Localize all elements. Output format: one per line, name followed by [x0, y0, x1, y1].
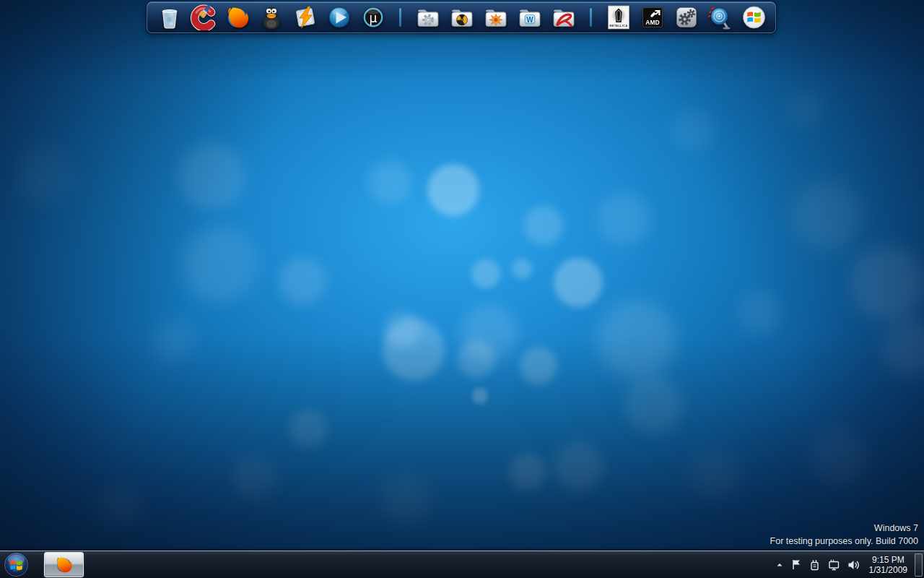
winamp-icon	[292, 4, 318, 30]
dock-separator	[590, 8, 592, 27]
clock-date: 1/31/2009	[869, 565, 907, 575]
action-center-button[interactable]	[788, 551, 806, 578]
metallica-album-icon: METALLICA	[606, 4, 632, 30]
dock: µ	[147, 1, 776, 33]
word-folder-icon: W	[517, 4, 543, 30]
show-desktop-strip	[915, 553, 923, 577]
dock-item-folder-burn[interactable]	[448, 4, 475, 31]
flag-icon	[790, 558, 803, 571]
dock-item-dcpp-duck[interactable]	[258, 4, 284, 31]
desktop: µ	[0, 0, 924, 578]
firefox-icon	[54, 555, 74, 574]
dock-item-folder-word[interactable]: W	[516, 4, 543, 31]
watermark-line1: Windows 7	[770, 522, 918, 535]
utorrent-icon: µ	[360, 4, 386, 30]
speaker-icon	[847, 558, 860, 571]
dock-item-radar[interactable]	[707, 4, 733, 31]
gears-app-icon	[674, 4, 699, 30]
power-plug-icon	[808, 558, 821, 571]
dock-item-settings-gears[interactable]	[673, 4, 699, 31]
recycle-bin-icon	[157, 4, 183, 30]
system-tray: 9:15 PM 1/31/2009	[772, 551, 924, 578]
burn-folder-radiation-icon	[449, 4, 475, 30]
pictures-folder-flower-icon	[483, 4, 509, 30]
dock-separator	[399, 8, 401, 27]
dock-item-ccleaner[interactable]	[190, 4, 217, 31]
amd-icon: AMD	[640, 4, 666, 30]
dock-item-folder-adobe[interactable]	[550, 4, 577, 31]
watermark-line2: For testing purposes only. Build 7000	[770, 535, 918, 548]
dock-item-metallica[interactable]: METALLICA	[605, 4, 632, 31]
dock-item-winamp[interactable]	[292, 4, 318, 31]
dock-item-media-player[interactable]	[326, 4, 352, 31]
dock-item-utorrent[interactable]: µ	[359, 4, 386, 31]
start-orb-icon	[3, 551, 30, 578]
network-button[interactable]	[824, 551, 844, 578]
dock-item-windows[interactable]	[741, 4, 767, 31]
clock-time: 9:15 PM	[869, 555, 907, 565]
dock-item-firefox[interactable]	[224, 4, 250, 31]
show-hidden-icons-button[interactable]	[772, 551, 788, 578]
media-player-play-icon	[326, 4, 352, 30]
clock[interactable]: 9:15 PM 1/31/2009	[863, 551, 913, 578]
dock-item-amd[interactable]: AMD	[639, 4, 666, 31]
dock-item-recycle-bin[interactable]	[156, 4, 183, 31]
utorrent-glyph: µ	[369, 11, 377, 25]
word-key-label: W	[526, 16, 533, 24]
dcpp-duck-icon	[258, 4, 284, 30]
radar-icon	[707, 4, 733, 30]
show-desktop-button[interactable]	[913, 551, 924, 578]
network-icon	[827, 558, 841, 571]
firefox-icon	[225, 4, 250, 30]
amd-label: AMD	[645, 19, 659, 26]
taskbar: 9:15 PM 1/31/2009	[0, 551, 924, 578]
start-button[interactable]	[2, 551, 30, 578]
adobe-folder-icon	[551, 4, 577, 30]
dock-item-folder-pictures[interactable]	[482, 4, 509, 31]
system-folder-gear-icon	[415, 4, 441, 30]
power-button[interactable]	[806, 551, 824, 578]
wallpaper-vignette	[0, 0, 924, 578]
taskbar-button-firefox[interactable]	[44, 552, 84, 577]
dock-item-folder-system[interactable]	[414, 4, 441, 31]
volume-button[interactable]	[844, 551, 863, 578]
windows-logo-icon	[741, 4, 767, 31]
chevron-up-icon	[775, 560, 785, 570]
build-watermark: Windows 7 For testing purposes only. Bui…	[770, 522, 918, 548]
ccleaner-icon	[191, 4, 217, 30]
metallica-label: METALLICA	[609, 25, 627, 27]
